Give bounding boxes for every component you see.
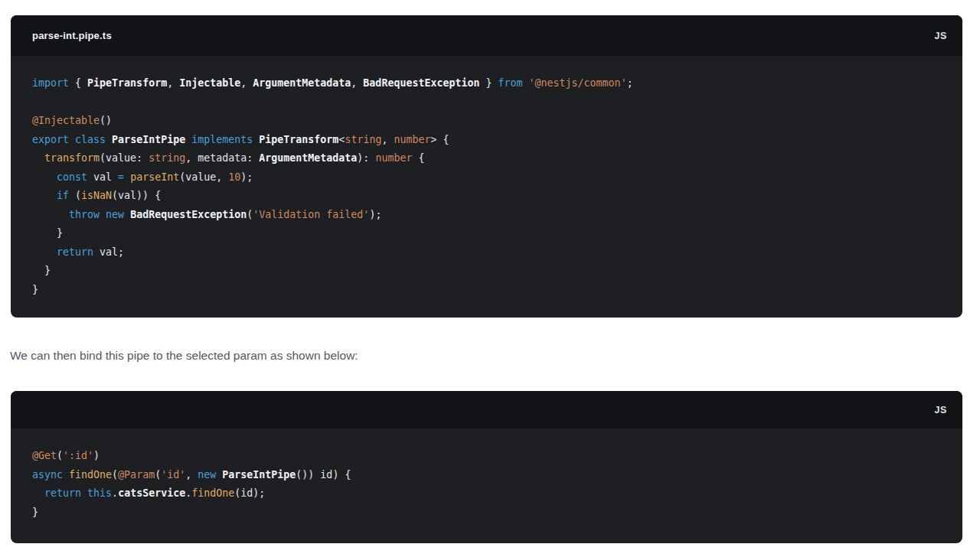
code-token: { bbox=[412, 152, 424, 164]
code-token: isNaN bbox=[81, 190, 112, 201]
code-line: } bbox=[32, 503, 941, 523]
language-badge-js[interactable]: JS bbox=[935, 31, 948, 41]
code-token: throw bbox=[69, 209, 100, 220]
code-token: return bbox=[44, 487, 81, 499]
code-block-header: JS bbox=[11, 391, 962, 428]
code-token: val bbox=[87, 171, 118, 183]
code-token bbox=[106, 134, 112, 145]
code-line: throw new BadRequestException('Validatio… bbox=[32, 206, 941, 225]
code-line: const val = parseInt(value, 10); bbox=[32, 168, 941, 187]
code-token: ArgumentMetadata bbox=[253, 77, 351, 89]
code-line: async findOne(@Param('id', new ParseIntP… bbox=[32, 466, 941, 485]
code-token bbox=[100, 209, 106, 220]
code-token: from bbox=[498, 77, 523, 89]
code-token: ParseIntPipe bbox=[112, 134, 185, 145]
code-token: PipeTransform bbox=[259, 134, 338, 145]
code-token: ( bbox=[155, 469, 161, 480]
code-token: async bbox=[32, 469, 63, 480]
code-token: BadRequestException bbox=[130, 209, 247, 220]
language-badge-js[interactable]: JS bbox=[935, 405, 948, 415]
code-token: parseInt bbox=[130, 171, 179, 183]
code-token: (value: bbox=[100, 152, 149, 164]
code-token bbox=[69, 134, 75, 145]
code-token: = bbox=[118, 171, 124, 183]
code-token: , bbox=[240, 77, 253, 89]
code-token: ); bbox=[240, 171, 253, 183]
code-token: ArgumentMetadata bbox=[259, 152, 357, 164]
code-token: new bbox=[198, 469, 216, 480]
code-token bbox=[185, 134, 191, 145]
code-line: import { PipeTransform, Injectable, Argu… bbox=[32, 74, 941, 93]
code-body: @Get(':id')async findOne(@Param('id', ne… bbox=[11, 428, 962, 543]
code-token: import bbox=[32, 77, 69, 89]
code-token: number bbox=[375, 152, 412, 164]
code-token: (value, bbox=[179, 171, 228, 183]
code-token bbox=[63, 469, 69, 480]
code-token: (id); bbox=[234, 487, 265, 499]
code-line: transform(value: string, metadata: Argum… bbox=[32, 149, 941, 168]
code-token: ); bbox=[369, 209, 381, 220]
code-token: > { bbox=[430, 134, 449, 145]
code-token: } bbox=[32, 284, 38, 295]
code-token: PipeTransform bbox=[87, 77, 167, 89]
code-token: Injectable bbox=[179, 77, 240, 89]
code-token: const bbox=[57, 171, 87, 183]
code-token: @Get bbox=[32, 450, 57, 461]
code-token bbox=[32, 246, 57, 258]
code-token: implements bbox=[191, 134, 253, 145]
code-token: findOne bbox=[191, 487, 234, 499]
code-token: catsService bbox=[118, 487, 185, 499]
code-token: , bbox=[167, 77, 179, 89]
code-token: , bbox=[351, 77, 363, 89]
code-token: 10 bbox=[228, 171, 240, 183]
code-token: ParseIntPipe bbox=[222, 469, 296, 480]
code-token: , metadata: bbox=[185, 152, 259, 164]
code-token bbox=[124, 171, 130, 183]
code-token: export bbox=[32, 134, 69, 145]
code-token bbox=[523, 77, 529, 89]
code-token: string bbox=[345, 134, 381, 145]
code-token: @Param bbox=[118, 469, 155, 480]
code-token: (val)) { bbox=[112, 190, 161, 201]
code-line bbox=[32, 93, 941, 112]
code-token bbox=[81, 487, 87, 499]
code-block-header: parse-int.pipe.ts JS bbox=[11, 15, 962, 56]
code-filename: parse-int.pipe.ts bbox=[32, 30, 112, 41]
code-token: } bbox=[32, 265, 51, 276]
code-token bbox=[32, 487, 44, 499]
code-token: ( bbox=[69, 190, 81, 201]
code-token bbox=[32, 190, 57, 201]
code-token bbox=[124, 209, 130, 220]
code-token: ':id' bbox=[63, 450, 93, 461]
code-token: { bbox=[69, 77, 87, 89]
code-token: string bbox=[149, 152, 185, 164]
body-text: We can then bind this pipe to the select… bbox=[10, 347, 962, 364]
code-line: @Injectable() bbox=[32, 112, 941, 131]
code-line: } bbox=[32, 224, 941, 243]
code-token: 'Validation failed' bbox=[253, 209, 369, 220]
code-token bbox=[32, 171, 57, 183]
code-token: this bbox=[87, 487, 112, 499]
code-token: } bbox=[479, 77, 498, 89]
code-line: @Get(':id') bbox=[32, 447, 941, 466]
code-body: import { PipeTransform, Injectable, Argu… bbox=[11, 56, 962, 318]
code-token: . bbox=[185, 487, 191, 499]
code-block-parse-int-pipe: parse-int.pipe.ts JS import { PipeTransf… bbox=[11, 15, 962, 318]
code-line: return this.catsService.findOne(id); bbox=[32, 484, 941, 503]
code-token bbox=[32, 209, 69, 220]
code-token: transform bbox=[44, 152, 100, 164]
code-token: ( bbox=[112, 469, 118, 480]
code-token: number bbox=[394, 134, 430, 145]
code-line: export class ParseIntPipe implements Pip… bbox=[32, 131, 941, 150]
code-token: findOne bbox=[69, 469, 112, 480]
code-token: ): bbox=[357, 152, 375, 164]
code-token: return bbox=[57, 246, 93, 258]
code-token: ()) id) { bbox=[296, 469, 351, 480]
code-line: if (isNaN(val)) { bbox=[32, 187, 941, 206]
code-line: return val; bbox=[32, 243, 941, 262]
code-token: BadRequestException bbox=[363, 77, 479, 89]
code-token: ) bbox=[93, 450, 100, 461]
code-token: new bbox=[106, 209, 124, 220]
code-token: val; bbox=[93, 246, 124, 258]
code-token: } bbox=[32, 507, 38, 518]
